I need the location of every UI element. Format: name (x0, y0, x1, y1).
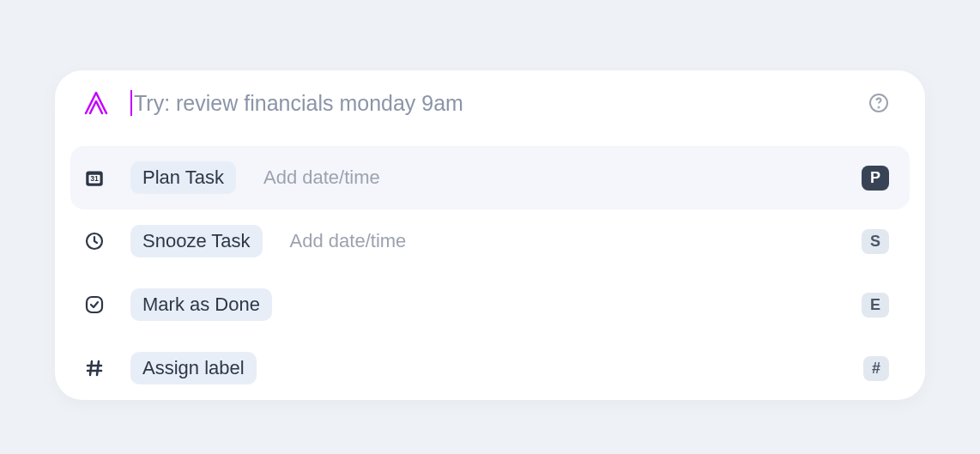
menu-item-snooze-task[interactable]: Snooze Task Add date/time S (70, 209, 910, 273)
menu-item-label: Snooze Task (130, 225, 263, 257)
help-icon[interactable] (868, 93, 889, 113)
shortcut-key: # (863, 356, 889, 381)
menu-item-label: Mark as Done (130, 288, 272, 321)
search-header (55, 70, 925, 136)
search-input-wrapper[interactable] (130, 90, 848, 116)
calendar-icon: 31 (82, 166, 106, 190)
shortcut-key: E (862, 293, 889, 318)
svg-point-1 (879, 107, 880, 108)
shortcut-key: S (862, 229, 889, 254)
menu-item-plan-task[interactable]: 31 Plan Task Add date/time P (70, 146, 910, 209)
command-palette: 31 Plan Task Add date/time P Snooze Task… (55, 70, 925, 400)
menu-item-mark-done[interactable]: Mark as Done E (70, 273, 910, 336)
svg-rect-6 (87, 297, 102, 312)
svg-text:31: 31 (90, 174, 99, 183)
menu-item-assign-label[interactable]: Assign label # (70, 336, 910, 400)
menu-item-label: Plan Task (130, 161, 236, 194)
text-cursor (130, 90, 132, 116)
menu-item-hint: Add date/time (263, 166, 380, 189)
menu-item-label: Assign label (130, 352, 257, 384)
check-icon (82, 293, 106, 317)
clock-icon (82, 229, 106, 253)
app-logo-icon (82, 89, 110, 117)
command-menu: 31 Plan Task Add date/time P Snooze Task… (55, 136, 925, 400)
shortcut-key: P (862, 166, 889, 191)
search-input[interactable] (134, 91, 848, 116)
menu-item-hint: Add date/time (290, 230, 407, 252)
hash-icon (82, 356, 106, 380)
